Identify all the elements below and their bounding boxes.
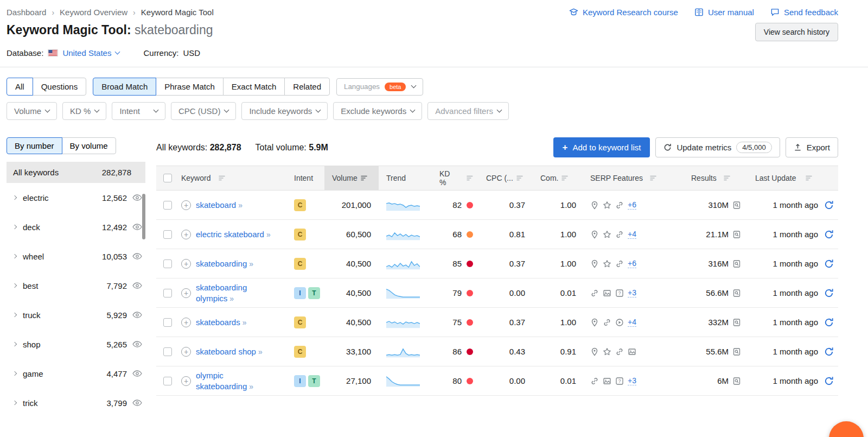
refresh-icon[interactable] <box>824 347 834 357</box>
keyword-link[interactable]: skateboarding olympics <box>196 283 247 303</box>
include-keywords-dropdown[interactable]: Include keywords <box>241 102 328 120</box>
expand-chevron-icon[interactable] <box>12 283 17 288</box>
refresh-icon[interactable] <box>824 376 834 386</box>
by-volume-toggle[interactable]: By volume <box>62 137 116 154</box>
sort-icon[interactable] <box>806 175 812 181</box>
serp-preview-icon[interactable] <box>732 318 741 327</box>
keyword-link[interactable]: skateboarding <box>196 259 247 268</box>
add-keyword-icon[interactable]: + <box>181 230 191 239</box>
sidebar-group-best[interactable]: best7,792 <box>7 271 145 300</box>
advanced-filters-dropdown[interactable]: Advanced filters <box>427 102 509 120</box>
row-checkbox[interactable] <box>163 318 172 327</box>
keyword-link[interactable]: skateboards <box>196 318 240 327</box>
expand-keyword-icon[interactable]: » <box>238 201 243 210</box>
expand-chevron-icon[interactable] <box>12 371 17 376</box>
sidebar-group-truck[interactable]: truck5,929 <box>7 300 145 330</box>
column-header-cpc[interactable]: CPC (... <box>476 166 532 190</box>
row-checkbox[interactable] <box>163 259 172 268</box>
row-checkbox[interactable] <box>163 289 172 297</box>
column-header-kd[interactable]: KD % <box>431 166 476 190</box>
column-header-last-update[interactable]: Last Update <box>743 166 838 190</box>
serp-more-link[interactable]: +3 <box>628 288 636 297</box>
keyword-link[interactable]: skateboard shop <box>196 347 256 356</box>
expand-keyword-icon[interactable]: » <box>242 318 247 327</box>
sidebar-group-deck[interactable]: deck12,492 <box>7 212 145 242</box>
eye-icon[interactable] <box>132 370 142 377</box>
add-keyword-icon[interactable]: + <box>181 259 191 269</box>
volume-filter-dropdown[interactable]: Volume <box>7 102 57 120</box>
expand-keyword-icon[interactable]: » <box>266 230 271 239</box>
serp-more-link[interactable]: +6 <box>628 200 636 210</box>
expand-chevron-icon[interactable] <box>12 195 17 200</box>
sort-icon[interactable] <box>516 175 523 181</box>
serp-more-link[interactable]: +3 <box>628 376 636 385</box>
row-checkbox[interactable] <box>163 201 172 210</box>
tab-questions[interactable]: Questions <box>33 78 87 96</box>
serp-more-link[interactable]: +4 <box>628 230 636 239</box>
eye-icon[interactable] <box>132 400 142 406</box>
select-all-checkbox[interactable] <box>163 174 172 182</box>
export-button[interactable]: Export <box>786 137 838 157</box>
database-selector[interactable]: Database: United States <box>7 48 119 58</box>
expand-keyword-icon[interactable]: » <box>229 294 234 303</box>
user-manual-link[interactable]: User manual <box>694 8 754 17</box>
keyword-link[interactable]: electric skateboard <box>196 230 264 239</box>
add-keyword-icon[interactable]: + <box>181 318 191 327</box>
column-header-com[interactable]: Com. <box>532 166 582 190</box>
refresh-icon[interactable] <box>824 318 834 327</box>
cpc-filter-dropdown[interactable]: CPC (USD) <box>171 102 237 120</box>
keyword-research-course-link[interactable]: Keyword Research course <box>569 8 678 17</box>
eye-icon[interactable] <box>132 312 142 318</box>
send-feedback-link[interactable]: Send feedback <box>770 8 838 17</box>
breadcrumb-dashboard[interactable]: Dashboard <box>7 8 46 17</box>
tab-all[interactable]: All <box>7 78 33 96</box>
expand-chevron-icon[interactable] <box>12 401 17 405</box>
column-header-volume[interactable]: Volume <box>324 166 379 190</box>
add-keyword-icon[interactable]: + <box>181 376 191 386</box>
sort-icon[interactable] <box>561 175 568 181</box>
eye-icon[interactable] <box>132 282 142 289</box>
help-widget-button[interactable] <box>829 421 864 437</box>
expand-keyword-icon[interactable]: » <box>249 259 254 268</box>
expand-chevron-icon[interactable] <box>12 225 17 229</box>
row-checkbox[interactable] <box>163 230 172 239</box>
add-to-keyword-list-button[interactable]: +Add to keyword list <box>553 137 650 157</box>
expand-keyword-icon[interactable]: » <box>258 347 263 356</box>
row-checkbox[interactable] <box>163 347 172 356</box>
tab-related[interactable]: Related <box>284 78 330 96</box>
column-header-serp-features[interactable]: SERP Features <box>582 166 677 190</box>
add-keyword-icon[interactable]: + <box>181 347 191 357</box>
serp-preview-icon[interactable] <box>732 259 741 268</box>
languages-dropdown[interactable]: Languages beta <box>336 78 423 96</box>
intent-filter-dropdown[interactable]: Intent <box>112 102 165 120</box>
expand-chevron-icon[interactable] <box>12 342 17 346</box>
sort-icon[interactable] <box>467 175 473 181</box>
view-search-history-button[interactable]: View search history <box>755 23 838 41</box>
update-metrics-button[interactable]: Update metrics4/5,000 <box>655 137 780 157</box>
sidebar-group-game[interactable]: game4,477 <box>7 359 145 388</box>
eye-icon[interactable] <box>132 224 142 230</box>
kd-filter-dropdown[interactable]: KD % <box>62 102 106 120</box>
sidebar-group-shop[interactable]: shop5,265 <box>7 330 145 359</box>
sidebar-group-trick[interactable]: trick3,799 <box>7 388 145 417</box>
eye-icon[interactable] <box>132 194 142 201</box>
tab-exact-match[interactable]: Exact Match <box>223 78 285 96</box>
serp-preview-icon[interactable] <box>732 377 741 385</box>
sort-icon[interactable] <box>724 175 730 181</box>
expand-chevron-icon[interactable] <box>12 313 17 317</box>
row-checkbox[interactable] <box>163 377 172 385</box>
tab-broad-match[interactable]: Broad Match <box>93 78 156 96</box>
serp-preview-icon[interactable] <box>732 289 741 297</box>
expand-chevron-icon[interactable] <box>12 254 17 258</box>
add-keyword-icon[interactable]: + <box>181 200 191 210</box>
exclude-keywords-dropdown[interactable]: Exclude keywords <box>333 102 422 120</box>
expand-keyword-icon[interactable]: » <box>249 382 254 391</box>
sidebar-item-all-keywords[interactable]: All keywords 282,878 <box>7 162 145 183</box>
sort-icon[interactable] <box>650 175 656 181</box>
sidebar-group-wheel[interactable]: wheel10,053 <box>7 242 145 271</box>
refresh-icon[interactable] <box>824 288 834 298</box>
serp-preview-icon[interactable] <box>732 230 741 239</box>
serp-preview-icon[interactable] <box>732 201 741 210</box>
refresh-icon[interactable] <box>824 200 834 210</box>
by-number-toggle[interactable]: By number <box>7 137 62 154</box>
